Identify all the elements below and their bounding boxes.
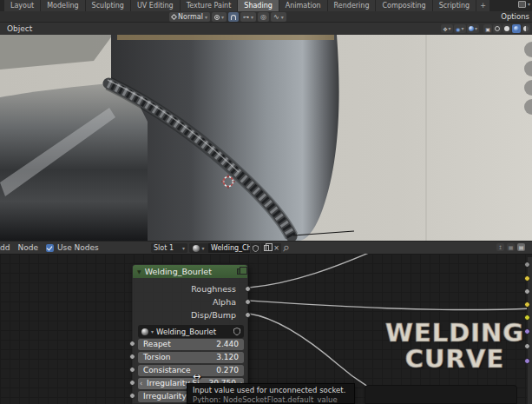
close-icon: ×: [273, 244, 279, 252]
snap-toggle[interactable]: [228, 12, 239, 22]
param-label: Torsion: [143, 352, 171, 363]
input-socket[interactable]: [129, 354, 135, 360]
node-menu[interactable]: Node: [17, 242, 38, 255]
tab-shading[interactable]: Shading: [238, 0, 279, 11]
copy-icon: [264, 245, 269, 251]
display-mode-icon: [518, 1, 526, 8]
output-socket[interactable]: [245, 286, 251, 292]
tab-layout[interactable]: Layout: [4, 0, 40, 11]
pivot-icon: [214, 15, 220, 20]
pivot-point-dropdown[interactable]: ▾: [212, 12, 227, 22]
socket-yellow[interactable]: [524, 315, 530, 321]
socket-purple[interactable]: [524, 328, 530, 334]
options-dropdown[interactable]: Options: [501, 12, 529, 22]
browse-material-dropdown[interactable]: ▾: [189, 243, 208, 253]
shading-dropdown[interactable]: ▾: [467, 24, 479, 33]
proportional-icon: ◎: [260, 13, 266, 21]
horizontal-pipe[interactable]: [0, 83, 148, 241]
blender-window: Layout Modeling Sculpting UV Editing Tex…: [0, 0, 532, 404]
tab-scripting[interactable]: Scripting: [433, 0, 476, 11]
use-nodes-toggle[interactable]: Use Nodes: [46, 242, 99, 255]
shading-rendered-button[interactable]: [522, 24, 530, 33]
add-menu[interactable]: Add: [0, 242, 10, 255]
input-socket[interactable]: [129, 341, 135, 347]
editor-header-right-icons: ↥ ▦ ▤: [496, 243, 525, 251]
solid-sphere-icon: [504, 26, 509, 31]
socket-yellow[interactable]: [524, 275, 530, 281]
material-sphere-icon: [514, 26, 519, 31]
new-material-button[interactable]: [261, 243, 271, 253]
chevron-down-icon: ▾: [528, 1, 530, 8]
socket-purple[interactable]: [524, 358, 530, 364]
snap-target-icon: ⊶: [243, 14, 249, 21]
viewport-3d[interactable]: [0, 35, 532, 241]
output-socket[interactable]: [245, 312, 251, 318]
overlay-grid-icon[interactable]: ▦: [507, 243, 515, 251]
viewport-shading-controls: ✥▾ ◉▾ ▾ ▣: [441, 24, 530, 33]
snapping-icon[interactable]: ↥: [496, 243, 504, 251]
falloff-curve-icon: ∿: [273, 13, 279, 21]
scene-selector[interactable]: ▾: [518, 1, 530, 8]
pin-toggle[interactable]: ⚲: [281, 243, 291, 254]
node-header[interactable]: ▼ Welding_Bourlet: [133, 265, 247, 278]
tab-rendering[interactable]: Rendering: [328, 0, 376, 11]
snap-target-dropdown[interactable]: ⊶ ▾: [240, 12, 256, 22]
proportional-editing-toggle[interactable]: ◎: [258, 12, 269, 22]
input-socket[interactable]: [129, 393, 135, 399]
material-slot-dropdown[interactable]: Slot 1 ▾: [151, 243, 187, 253]
output-socket[interactable]: [245, 299, 251, 305]
overlays-dropdown[interactable]: ◉▾: [454, 24, 466, 33]
node-material-name: Welding_Bourlet: [156, 328, 231, 336]
unlink-material-button[interactable]: ×: [272, 243, 281, 253]
tab-compositing[interactable]: Compositing: [376, 0, 431, 11]
fake-user-button[interactable]: [251, 243, 260, 253]
input-socket[interactable]: [129, 380, 135, 386]
tab-texture-paint[interactable]: Texture Paint: [181, 0, 238, 11]
shader-editor-canvas[interactable]: WELDING CURVE ▼ Welding_Bourlet Roughnes…: [0, 254, 532, 404]
add-workspace-tab[interactable]: +: [476, 0, 489, 11]
xray-toggle[interactable]: ▣: [483, 24, 492, 33]
chevron-down-icon: ▾: [201, 245, 204, 252]
tool-settings-bar: Normal ▾ ▾ ⊶ ▾ ◎ ∿ ▾ Options: [0, 11, 532, 23]
slider-left-arrow-icon[interactable]: ‹: [140, 378, 142, 389]
chevron-down-icon: ▾: [462, 25, 464, 32]
pin-icon: ⚲: [281, 243, 291, 254]
chevron-down-icon: ▾: [475, 25, 477, 32]
socket-gray[interactable]: [524, 262, 530, 268]
node-group-icon: [237, 268, 243, 275]
chevron-down-icon: ▾: [182, 245, 185, 252]
node-material-selector[interactable]: ▾ Welding_Bourlet: [138, 325, 244, 338]
shading-sphere-icon: [469, 26, 474, 31]
shading-solid-button[interactable]: [502, 24, 511, 33]
socket-yellow[interactable]: [524, 301, 530, 308]
tab-sculpting[interactable]: Sculpting: [86, 0, 130, 11]
options-panel-icon[interactable]: ▤: [517, 243, 525, 251]
chevron-down-icon: ▾: [281, 14, 284, 21]
socket-gray[interactable]: [524, 288, 530, 295]
transform-orientation-dropdown[interactable]: Normal ▾: [169, 12, 210, 22]
tab-animation[interactable]: Animation: [279, 0, 327, 11]
proportional-falloff-dropdown[interactable]: ∿ ▾: [271, 12, 286, 22]
param-torsion-slider[interactable]: Torsion 3.120: [138, 352, 244, 363]
object-menu[interactable]: Object: [7, 23, 32, 35]
shading-wireframe-button[interactable]: [493, 24, 502, 33]
partial-node-bottom[interactable]: [365, 385, 517, 404]
wireframe-sphere-icon: [495, 26, 500, 31]
param-consistance-slider[interactable]: Consistance 0.270: [138, 365, 244, 376]
gizmos-dropdown[interactable]: ✥▾: [441, 24, 453, 33]
tab-modeling[interactable]: Modeling: [41, 0, 84, 11]
material-sphere-icon: [193, 245, 200, 252]
chevron-down-icon: ▾: [449, 25, 451, 32]
checkbox-checked-icon: [46, 244, 54, 252]
node-title: Welding_Bourlet: [145, 267, 233, 276]
socket-gray[interactable]: [524, 343, 530, 349]
snap-pivot-group: Normal ▾ ▾ ⊶ ▾ ◎ ∿ ▾: [169, 12, 286, 22]
rendered-sphere-icon: [523, 26, 529, 31]
material-name-field[interactable]: Welding_Chrome: [208, 243, 250, 253]
input-socket[interactable]: [129, 367, 135, 373]
param-reapet-slider[interactable]: Reapet 2.440: [138, 339, 244, 350]
tab-uv-editing[interactable]: UV Editing: [131, 0, 180, 11]
shading-material-preview-button[interactable]: [512, 24, 521, 33]
collapse-triangle-icon[interactable]: ▼: [137, 268, 141, 275]
workspace-tabbar: Layout Modeling Sculpting UV Editing Tex…: [0, 0, 532, 11]
